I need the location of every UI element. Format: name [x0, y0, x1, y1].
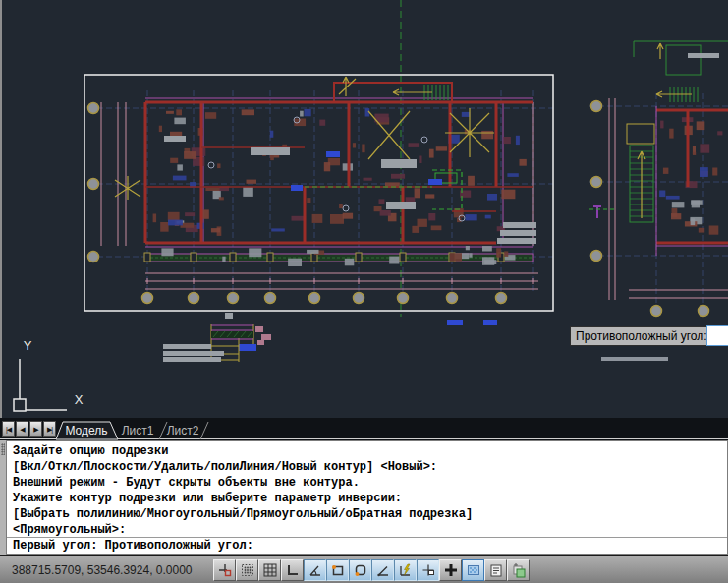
svg-text:Y: Y: [24, 338, 32, 353]
section-detail: [163, 313, 271, 362]
lineweight-button[interactable]: [439, 559, 462, 581]
grid-display-button[interactable]: [258, 559, 281, 581]
ortho-button[interactable]: [281, 559, 304, 581]
command-line: Задайте опцию подрезки: [13, 443, 727, 459]
dynamic-input-button[interactable]: [417, 559, 439, 581]
tab-nav-next-icon[interactable]: ▶: [29, 421, 42, 437]
command-history-panel[interactable]: Задайте опцию подрезки [Вкл/Откл/Плоскос…: [6, 440, 728, 555]
object-snap-tracking-button[interactable]: [371, 559, 394, 581]
quick-properties-button[interactable]: [484, 559, 507, 581]
tab-layout2[interactable]: Лист2: [167, 424, 199, 437]
model-space-canvas[interactable]: Y X Противоположный угол:: [0, 0, 728, 418]
command-line: [Выбрать полилинию/Многоугольный/Прямоуг…: [13, 506, 727, 522]
selection-cycling-button[interactable]: [507, 559, 530, 581]
snap-button[interactable]: [213, 559, 236, 581]
left-edge-strip: [0, 0, 2, 418]
command-input-line[interactable]: Первый угол: Противоположный угол:: [7, 537, 727, 554]
tab-model[interactable]: Модель: [65, 424, 107, 437]
dynamic-input-field[interactable]: [706, 325, 728, 346]
tooltip-text: Противоположный угол:: [576, 329, 707, 343]
grid-snap-button[interactable]: [236, 559, 258, 581]
status-bar: 388715.5709, 53546.3924, 0.0000: [0, 555, 728, 583]
floor-plan-right: [589, 41, 728, 361]
command-line: <Прямоугольный>:: [13, 522, 727, 538]
command-line: [Вкл/Откл/Плоскости/Удалить/полиЛиния/Но…: [13, 459, 727, 475]
floor-plan-main: [88, 77, 554, 351]
dynamic-input-tooltip: Противоположный угол:: [570, 326, 713, 346]
layout-tab-bar: Модель Лист1 Лист2 |◀ ◀ ▶ ▶|: [0, 418, 728, 440]
tab-nav-first-icon[interactable]: |◀: [2, 421, 15, 437]
command-line: Укажите контур подрезки или выберите пар…: [13, 491, 727, 506]
command-window: Задайте опцию подрезки [Вкл/Откл/Плоскос…: [0, 440, 728, 555]
ucs-icon: Y X: [14, 338, 84, 411]
tab-nav-prev-icon[interactable]: ◀: [16, 421, 28, 437]
svg-text:X: X: [75, 392, 84, 407]
transparency-button[interactable]: [462, 559, 484, 581]
polar-tracking-button[interactable]: [304, 559, 326, 581]
3d-object-snap-button[interactable]: [349, 559, 371, 581]
selection-rectangle: [84, 75, 553, 311]
tab-layout1[interactable]: Лист1: [122, 424, 154, 437]
floor-plan-drawing: Y X: [0, 0, 728, 418]
object-snap-button[interactable]: [326, 559, 349, 581]
tab-nav-last-icon[interactable]: ▶|: [43, 421, 56, 437]
dynamic-ucs-button[interactable]: [394, 559, 417, 581]
coordinates-readout: 388715.5709, 53546.3924, 0.0000: [5, 561, 216, 579]
command-line: Внешний режим - Будут скрыты объекты вне…: [13, 475, 727, 491]
autocad-window: Y X Противоположный угол: Модель Лист1 Л…: [0, 0, 728, 583]
